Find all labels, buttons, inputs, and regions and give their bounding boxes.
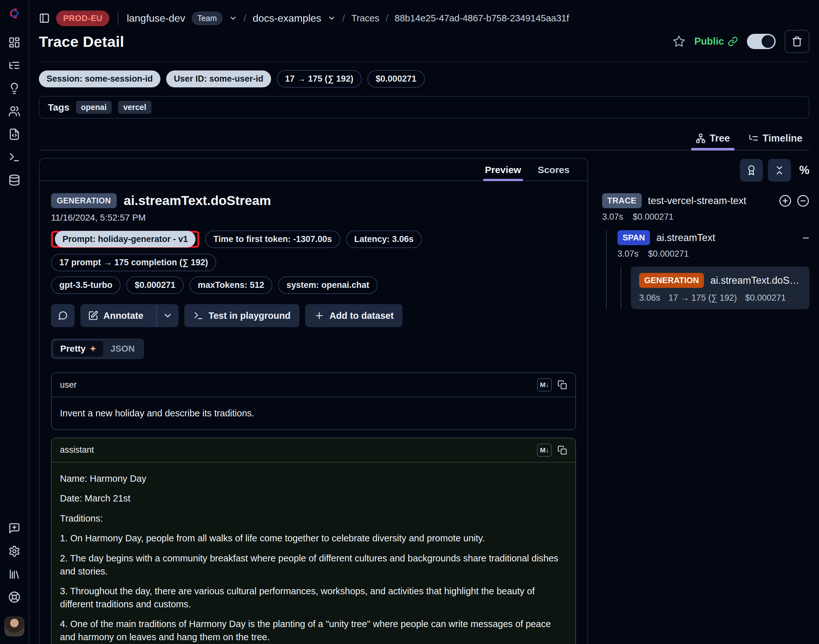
tags-label: Tags [48,102,69,113]
public-link[interactable]: Public [694,36,738,47]
trace-detail-page: PROD-EU langfuse-dev Team / docs-example… [0,0,819,644]
datasets-icon[interactable] [8,174,20,186]
trace-children: SPAN ai.streamText − 3.07s $0.000271 GEN… [606,230,810,309]
dashboard-icon[interactable] [8,36,20,49]
collapse-all-button[interactable] [768,159,791,182]
copy-icon[interactable] [558,445,567,455]
chevron-down-icon[interactable] [229,14,237,22]
settings-gear-icon[interactable] [8,545,20,557]
prompt-completion-badge: 17 prompt → 175 completion (∑ 192) [51,254,216,271]
timeline-icon [748,133,759,143]
tree-node-span[interactable]: SPAN ai.streamText − [618,230,810,245]
favorite-star-icon[interactable] [673,35,685,48]
session-badge[interactable]: Session: some-session-id [39,71,160,87]
generation-badges-row1: Prompt: holiday-generator - v1 Time to f… [51,230,576,271]
support-lifebuoy-icon[interactable] [8,591,20,603]
format-pretty-button[interactable]: Pretty ✦ [53,341,103,357]
tab-tree-label: Tree [710,133,730,144]
span-cost: $0.000271 [648,249,689,259]
breadcrumb-org[interactable]: langfuse-dev [127,12,185,24]
panel-body: GENERATION ai.streamText.doStream 11/16/… [40,181,587,644]
generation-cost-badge: $0.000271 [126,276,184,294]
markdown-toggle-icon[interactable]: M↓ [537,443,552,457]
span-children: GENERATION ai.streamText.doStream 3.06s … [621,267,810,309]
langfuse-logo-icon[interactable] [7,6,22,20]
comment-icon [58,311,68,321]
test-in-playground-button[interactable]: Test in playground [184,304,300,327]
prompts-icon[interactable] [8,128,20,140]
pretty-label: Pretty [60,343,86,354]
prompt-badge[interactable]: Prompt: holiday-generator - v1 [55,231,195,247]
scores-award-button[interactable] [740,159,763,182]
add-to-dataset-button[interactable]: Add to dataset [305,304,403,327]
breadcrumb-section[interactable]: Traces [352,13,380,24]
tab-tree[interactable]: Tree [688,131,737,150]
collapse-node-icon[interactable]: − [802,232,810,244]
content-split: Preview Scores GENERATION ai.streamText.… [39,158,810,644]
tracing-icon[interactable] [8,59,20,71]
meta-badges-row: Session: some-session-id User ID: some-u… [39,70,810,88]
tree-node-trace[interactable]: TRACE test-vercel-stream-text [602,193,810,208]
lightbulb-icon[interactable] [8,82,20,94]
message-role: user [60,380,77,390]
generation-type-badge: GENERATION [51,193,117,208]
add-to-dataset-label: Add to dataset [329,311,393,321]
user-id-badge[interactable]: User ID: some-user-id [166,71,271,87]
playground-icon[interactable] [8,151,20,163]
generation-timestamp: 11/16/2024, 5:52:57 PM [51,213,576,223]
span-type-badge: SPAN [618,230,650,245]
message-text: 4. One of the main traditions of Harmony… [60,618,567,643]
markdown-toggle-icon[interactable]: M↓ [537,378,552,391]
toggle-knob [762,35,774,48]
annotate-dropdown-button[interactable] [156,304,178,327]
tab-preview[interactable]: Preview [485,164,521,181]
generation-name: ai.streamText.doStream [124,193,271,208]
annotate-split-button: Annotate [80,304,178,327]
tree-node-generation-selected[interactable]: GENERATION ai.streamText.doStream 3.06s … [631,267,810,309]
header-controls: Public [673,30,810,53]
comment-button[interactable] [51,304,75,327]
breadcrumb-slash: / [342,13,345,24]
trace-tree-panel: % TRACE test-vercel-stream-text 3.07s $0… [602,158,810,309]
message-text: 3. Throughout the day, there are various… [60,585,567,610]
assistant-message-header: assistant M↓ [52,439,575,463]
trace-latency: 3.07s [602,212,623,222]
user-message-header: user M↓ [52,373,575,397]
tag-chip[interactable]: vercel [118,101,151,114]
tab-scores[interactable]: Scores [538,164,570,181]
copy-icon[interactable] [558,380,567,389]
generation-name: ai.streamText.doStream [710,275,801,286]
annotate-button[interactable]: Annotate [80,304,151,327]
public-toggle[interactable] [747,34,776,49]
generation-stats: 3.06s 17 → 175 (∑ 192) $0.000271 [639,293,801,303]
trace-cost: $0.000271 [633,212,673,222]
tab-timeline[interactable]: Timeline [742,131,810,150]
format-json-button[interactable]: JSON [103,341,141,357]
avatar[interactable] [5,616,24,636]
users-icon[interactable] [8,105,20,117]
panel-toggle-icon[interactable] [39,13,50,24]
observation-preview-panel: Preview Scores GENERATION ai.streamText.… [39,158,588,644]
tree-toolbar: % [602,159,810,182]
delete-trace-button[interactable] [785,30,810,53]
cost-badge: $0.000271 [367,70,425,88]
assistant-message-card: assistant M↓ Name: Harmony Day Date: Mar… [51,438,576,644]
tag-chip[interactable]: openai [76,101,112,114]
sparkles-icon: ✦ [89,345,96,353]
org-type-badge[interactable]: Team [192,11,223,25]
library-icon[interactable] [8,568,20,580]
breadcrumb-project[interactable]: docs-examples [253,12,321,24]
percent-toggle[interactable]: % [799,164,810,177]
generation-row: GENERATION ai.streamText.doStream [639,273,801,288]
chevron-down-icon[interactable] [327,14,336,22]
message-tools: M↓ [537,443,567,457]
trace-stats: 3.07s $0.000271 [602,212,810,222]
page-title: Trace Detail [39,33,124,51]
env-badge[interactable]: PROD-EU [56,11,109,26]
system-badge: system: openai.chat [278,276,378,294]
circle-minus-icon[interactable] [797,195,810,207]
breadcrumb-slash: / [386,13,388,24]
breadcrumb-slash: / [244,13,246,24]
feedback-icon[interactable] [8,522,20,534]
circle-plus-icon[interactable] [779,195,791,207]
